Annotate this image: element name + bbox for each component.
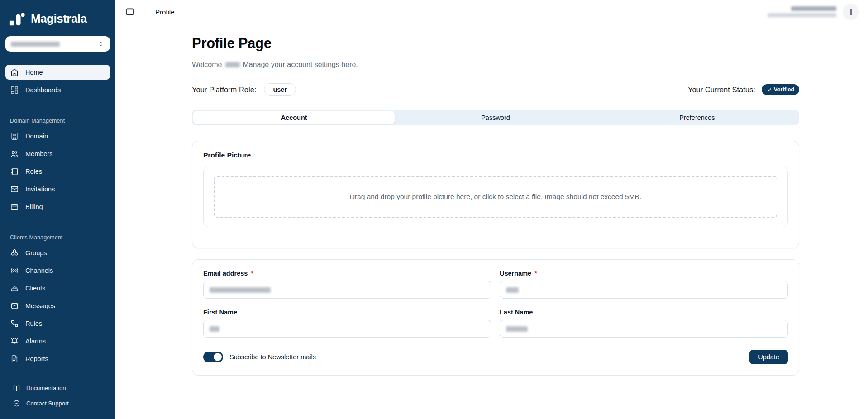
update-button[interactable]: Update (749, 350, 788, 364)
workspace-name-redacted (11, 42, 60, 47)
username-input[interactable] (500, 281, 788, 299)
profile-picture-title: Profile Picture (203, 151, 788, 159)
avatar[interactable] (843, 4, 859, 20)
section-label-domain-management: Domain Management (10, 118, 105, 124)
sidebar-item-rules[interactable]: Rules (5, 316, 110, 331)
role-status-row: Your Platform Role: user Your Current St… (192, 83, 799, 96)
sidebar-item-channels[interactable]: Channels (5, 263, 110, 278)
welcome-name-redacted (225, 62, 240, 67)
sidebar-item-billing[interactable]: Billing (5, 199, 110, 214)
last-name-value-redacted (506, 326, 528, 332)
newsletter-label: Subscribe to Newsletter mails (229, 353, 316, 361)
sidebar-item-label: Messages (25, 302, 55, 309)
first-name-input[interactable] (203, 320, 491, 338)
sidebar-item-label: Documentation (26, 385, 66, 391)
sidebar-item-reports[interactable]: Reports (5, 351, 110, 366)
status-badge: Verified (762, 84, 799, 95)
sidebar-item-groups[interactable]: Groups (5, 245, 110, 260)
profile-picture-card: Profile Picture Drag and drop your profi… (192, 141, 799, 248)
bell-icon (10, 337, 19, 346)
newsletter-row: Subscribe to Newsletter mails (203, 352, 316, 362)
current-status-label: Your Current Status: (688, 86, 755, 94)
first-name-label: First Name (203, 309, 491, 316)
platform-role-label: Your Platform Role: (192, 86, 256, 94)
workspace-selector[interactable] (5, 36, 110, 52)
sidebar-item-label: Rules (25, 320, 42, 327)
first-name-value-redacted (210, 326, 219, 332)
sidebar-item-members[interactable]: Members (5, 146, 110, 161)
sidebar-item-label: Contact Support (26, 400, 69, 407)
sidebar-nav: Home Dashboards Domain Management Domain… (5, 61, 110, 369)
page-title: Profile Page (192, 35, 799, 52)
file-text-icon (10, 354, 19, 363)
workflow-icon (10, 319, 19, 328)
check-icon (767, 87, 772, 92)
brand-name: Magistrala (31, 12, 87, 26)
sidebar-item-label: Home (25, 69, 43, 76)
status-badge-label: Verified (774, 86, 794, 93)
sidebar-item-label: Domain (25, 133, 48, 140)
mail-icon (10, 185, 19, 194)
sidebar-item-label: Channels (25, 267, 53, 274)
sidebar-item-clients[interactable]: Clients (5, 281, 110, 295)
sidebar-item-label: Billing (25, 203, 43, 210)
sidebar-item-alarms[interactable]: Alarms (5, 333, 110, 348)
newsletter-toggle[interactable] (203, 352, 223, 362)
sidebar-item-label: Dashboards (25, 86, 61, 94)
sidebar-item-home[interactable]: Home (5, 65, 110, 80)
user-name-redacted (768, 6, 836, 17)
sidebar-item-domain[interactable]: Domain (5, 129, 110, 143)
tab-password[interactable]: Password (395, 111, 596, 124)
email-input[interactable] (203, 281, 491, 299)
sidebar-item-contact-support[interactable]: Contact Support (5, 396, 110, 410)
required-marker: * (251, 270, 253, 277)
dashboard-icon (10, 86, 19, 95)
profile-picture-dropzone[interactable]: Drag and drop your profile picture here,… (214, 176, 777, 218)
sidebar-divider (0, 111, 115, 111)
platform-role-badge: user (264, 83, 296, 96)
tab-preferences[interactable]: Preferences (596, 111, 798, 124)
sidebar-item-messages[interactable]: Messages (5, 298, 110, 313)
broadcast-icon (10, 266, 19, 275)
hexagons-icon (10, 248, 19, 257)
sidebar-item-label: Alarms (25, 338, 46, 345)
sidebar-item-label: Members (25, 150, 52, 157)
section-label-clients-management: Clients Management (10, 234, 105, 241)
panel-left-icon (125, 7, 134, 16)
topbar: Profile (115, 0, 868, 24)
user-name-line-redacted (791, 6, 836, 11)
tab-account[interactable]: Account (193, 111, 395, 124)
required-marker: * (534, 270, 537, 277)
current-status: Your Current Status: Verified (688, 84, 799, 95)
email-value-redacted (210, 287, 271, 293)
last-name-input[interactable] (500, 320, 788, 338)
profile-content: Profile Page WelcomeManage your account … (192, 24, 799, 376)
user-email-line-redacted (768, 13, 836, 17)
first-name-field: First Name (203, 309, 491, 338)
topbar-user (768, 4, 859, 20)
sidebar-toggle-button[interactable] (125, 7, 134, 16)
form-footer: Subscribe to Newsletter mails Update (203, 350, 788, 364)
platform-role: Your Platform Role: user (192, 83, 296, 96)
sidebar: Magistrala Home Dashboards Domain Manage… (0, 0, 115, 419)
email-label: Email address* (203, 270, 491, 277)
sidebar-divider (0, 228, 115, 228)
account-form-grid: Email address* Username* F (203, 270, 788, 338)
credit-card-icon (10, 202, 19, 211)
sidebar-item-documentation[interactable]: Documentation (5, 381, 110, 395)
sidebar-item-label: Reports (25, 355, 48, 362)
avatar-initial-redacted (850, 9, 852, 15)
sidebar-item-dashboards[interactable]: Dashboards (5, 82, 110, 97)
book-open-icon (13, 384, 20, 392)
account-form-card: Email address* Username* F (192, 259, 799, 376)
brand: Magistrala (5, 0, 110, 27)
chevrons-up-down-icon (97, 40, 105, 48)
sidebar-item-label: Roles (25, 168, 42, 175)
email-field: Email address* (203, 270, 491, 299)
sidebar-item-roles[interactable]: Roles (5, 164, 110, 179)
sidebar-item-invitations[interactable]: Invitations (5, 181, 110, 196)
sidebar-item-label: Groups (25, 249, 47, 257)
sidebar-item-label: Invitations (25, 186, 55, 193)
breadcrumb: Profile (155, 8, 175, 16)
message-circle-icon (13, 400, 20, 407)
